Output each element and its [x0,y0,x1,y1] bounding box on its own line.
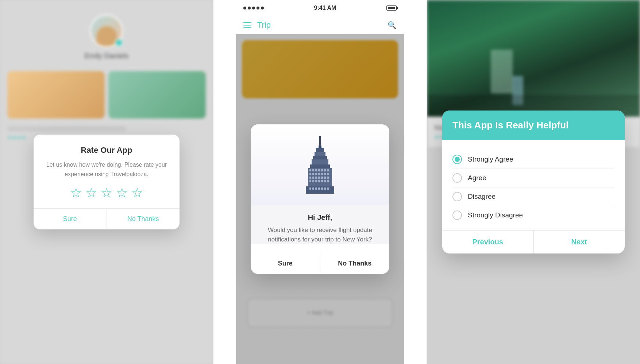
svg-rect-40 [318,187,320,190]
svg-rect-32 [318,180,320,182]
option-strongly-agree[interactable]: Strongly Agree [452,150,614,169]
svg-rect-12 [321,169,323,171]
modal-buttons: Sure No Thanks [251,253,389,274]
sure-button[interactable]: Sure [251,253,320,274]
signal-dot-5 [261,7,264,9]
svg-rect-11 [318,169,320,171]
modal-body: Hi Jeff, Would you like to receive fligh… [251,205,389,244]
svg-rect-35 [327,180,329,182]
next-button[interactable]: Next [534,231,625,253]
building-illustration [300,135,340,194]
svg-rect-30 [312,180,314,182]
previous-button[interactable]: Previous [442,231,534,253]
nav-bar: Trip 🔍 [236,16,404,34]
svg-rect-28 [327,177,329,179]
svg-rect-31 [315,180,317,182]
modal-body: Strongly Agree Agree Disagree Strongly D… [442,140,625,224]
svg-rect-14 [327,169,329,171]
radio-strongly-disagree[interactable] [452,210,462,220]
radio-strongly-agree[interactable] [452,155,462,164]
radio-disagree[interactable] [452,192,462,201]
star-1-icon[interactable]: ☆ [70,186,82,200]
svg-rect-38 [312,187,314,190]
rate-app-modal-overlay: Rate Our App Let us know how we're doing… [0,0,213,364]
modal-title: Rate Our App [45,146,169,155]
rate-app-modal: Rate Our App Let us know how we're doing… [34,135,180,229]
sure-button[interactable]: Sure [34,209,107,229]
star-2-icon[interactable]: ☆ [85,186,97,200]
modal-title: This App Is Really Helpful [452,119,614,132]
nav-title: Trip [257,20,388,30]
svg-rect-20 [324,173,326,175]
svg-rect-39 [315,187,317,190]
phone-frame: 9:41 AM Trip 🔍 + Add Trip [236,0,404,364]
svg-rect-26 [321,177,323,179]
svg-rect-24 [315,177,317,179]
panel-trip-notification: 9:41 AM Trip 🔍 + Add Trip [213,0,427,364]
svg-rect-15 [309,173,311,175]
svg-rect-1 [319,146,321,148]
star-3-icon[interactable]: ☆ [101,186,112,200]
star-5-icon[interactable]: ☆ [131,186,143,200]
svg-rect-27 [324,177,326,179]
svg-rect-33 [321,180,323,182]
svg-rect-18 [318,173,320,175]
svg-rect-3 [315,152,325,156]
no-thanks-button[interactable]: No Thanks [320,253,390,274]
svg-rect-16 [312,173,314,175]
signal-dot-2 [248,7,251,9]
option-label-disagree: Disagree [468,193,496,201]
modal-buttons: Previous Next [442,230,625,253]
svg-rect-29 [309,180,311,182]
svg-rect-43 [327,187,329,190]
star-4-icon[interactable]: ☆ [116,186,128,200]
signal-dot-4 [257,7,259,9]
svg-rect-6 [310,164,330,168]
option-label-strongly-agree: Strongly Agree [468,155,513,163]
svg-rect-34 [324,180,326,182]
svg-rect-13 [324,169,326,171]
no-thanks-button[interactable]: No Thanks [107,209,180,229]
search-icon[interactable]: 🔍 [388,21,397,30]
survey-modal-overlay: This App Is Really Helpful Strongly Agre… [427,0,640,364]
option-label-strongly-disagree: Strongly Disagree [468,211,523,219]
svg-rect-10 [315,169,317,171]
option-strongly-disagree[interactable]: Strongly Disagree [452,206,614,224]
modal-message: Would you like to receive flight update … [262,225,378,244]
star-rating-row[interactable]: ☆ ☆ ☆ ☆ ☆ [45,186,169,200]
modal-buttons: Sure No Thanks [34,208,180,229]
notification-modal-overlay: Hi Jeff, Would you like to receive fligh… [236,34,404,364]
option-agree[interactable]: Agree [452,169,614,187]
svg-rect-4 [313,156,327,159]
svg-rect-2 [316,148,324,152]
svg-rect-42 [324,187,326,190]
radio-agree[interactable] [452,173,462,183]
modal-description: Let us know how we're doing. Please rate… [45,160,169,179]
svg-rect-0 [319,136,321,147]
modal-greeting: Hi Jeff, [262,213,378,222]
svg-rect-41 [321,187,323,190]
svg-rect-17 [315,173,317,175]
svg-rect-8 [309,169,311,171]
modal-image-area [251,124,389,205]
panel-survey: Niagara Falls ★★★★ This App Is Really He… [427,0,640,364]
svg-rect-9 [312,169,314,171]
signal-dots [243,7,264,9]
hamburger-menu-icon[interactable] [243,22,251,28]
panel-rate-app: Emily Daniels ★★★★ Rate Our App Let us k… [0,0,213,364]
svg-rect-19 [321,173,323,175]
svg-rect-21 [327,173,329,175]
svg-rect-22 [309,177,311,179]
modal-header: This App Is Really Helpful [442,111,625,140]
svg-rect-5 [312,159,328,164]
status-time: 9:41 AM [314,5,336,11]
phone-content: + Add Trip [236,34,404,364]
option-label-agree: Agree [468,174,486,182]
notification-modal: Hi Jeff, Would you like to receive fligh… [251,124,389,274]
survey-modal: This App Is Really Helpful Strongly Agre… [442,111,625,254]
modal-body: Rate Our App Let us know how we're doing… [34,135,180,199]
option-disagree[interactable]: Disagree [452,187,614,206]
battery-icon [386,5,397,11]
svg-rect-23 [312,177,314,179]
svg-rect-25 [318,177,320,179]
